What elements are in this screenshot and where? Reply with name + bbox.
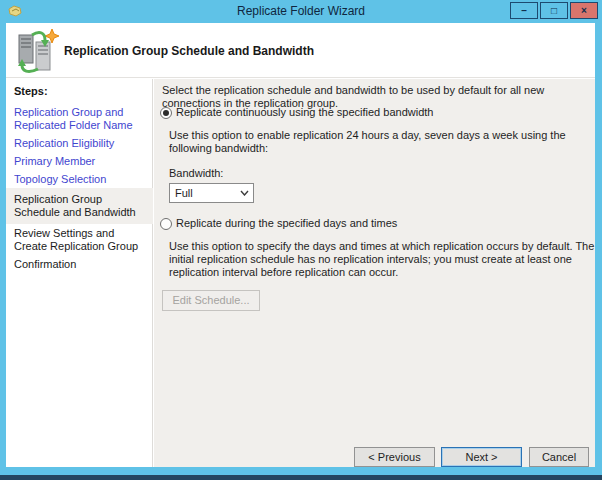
maximize-button[interactable]: □ <box>540 2 568 19</box>
steps-sidebar: Steps: Replication Group and Replicated … <box>6 79 153 467</box>
radio-replicate-scheduled-label[interactable]: Replicate during the specified days and … <box>176 217 397 230</box>
step-replication-eligibility[interactable]: Replication Eligibility <box>6 134 152 152</box>
radio-replicate-scheduled[interactable] <box>160 218 172 230</box>
bandwidth-label: Bandwidth: <box>169 167 223 180</box>
minimize-button[interactable]: – <box>510 2 538 19</box>
page-title: Replication Group Schedule and Bandwidth <box>64 44 314 58</box>
step-topology-selection[interactable]: Topology Selection <box>6 170 152 188</box>
maximize-icon: □ <box>551 5 557 16</box>
next-button[interactable]: Next > <box>441 447 522 467</box>
minimize-icon: – <box>521 5 527 16</box>
wizard-header: Replication Group Schedule and Bandwidth <box>6 23 595 78</box>
close-button[interactable]: × <box>570 2 598 19</box>
window-controls: – □ × <box>510 2 598 19</box>
step-schedule-and-bandwidth-current: Replication Group Schedule and Bandwidth <box>6 188 153 224</box>
radio-replicate-continuously[interactable] <box>160 107 172 119</box>
step-review-settings: Review Settings and Create Replication G… <box>6 224 152 255</box>
scheduled-option-description: Use this option to specify the days and … <box>169 240 599 279</box>
continuous-option-description: Use this option to enable replication 24… <box>169 129 577 155</box>
steps-heading: Steps: <box>6 84 152 103</box>
cancel-button[interactable]: Cancel <box>529 447 589 467</box>
previous-button[interactable]: < Previous <box>354 447 435 467</box>
screen-bottom-edge <box>0 475 602 480</box>
edit-schedule-button[interactable]: Edit Schedule... <box>162 290 260 311</box>
screen: Replicate Folder Wizard – □ × <box>0 0 602 480</box>
titlebar: Replicate Folder Wizard – □ × <box>0 0 602 23</box>
step-confirmation: Confirmation <box>6 255 152 273</box>
radio-replicate-continuously-label[interactable]: Replicate continuously using the specifi… <box>176 106 433 119</box>
replication-servers-icon <box>14 27 60 75</box>
bandwidth-selected-value: Full <box>175 187 240 199</box>
chevron-down-icon <box>240 190 249 196</box>
content-pane: Select the replication schedule and band… <box>154 79 595 467</box>
close-icon: × <box>581 5 587 16</box>
step-replication-group-name[interactable]: Replication Group and Replicated Folder … <box>6 103 152 134</box>
bandwidth-dropdown[interactable]: Full <box>169 183 254 203</box>
dialog-body: Replication Group Schedule and Bandwidth… <box>6 23 595 467</box>
step-primary-member[interactable]: Primary Member <box>6 152 152 170</box>
wizard-window: Replicate Folder Wizard – □ × <box>0 0 602 475</box>
